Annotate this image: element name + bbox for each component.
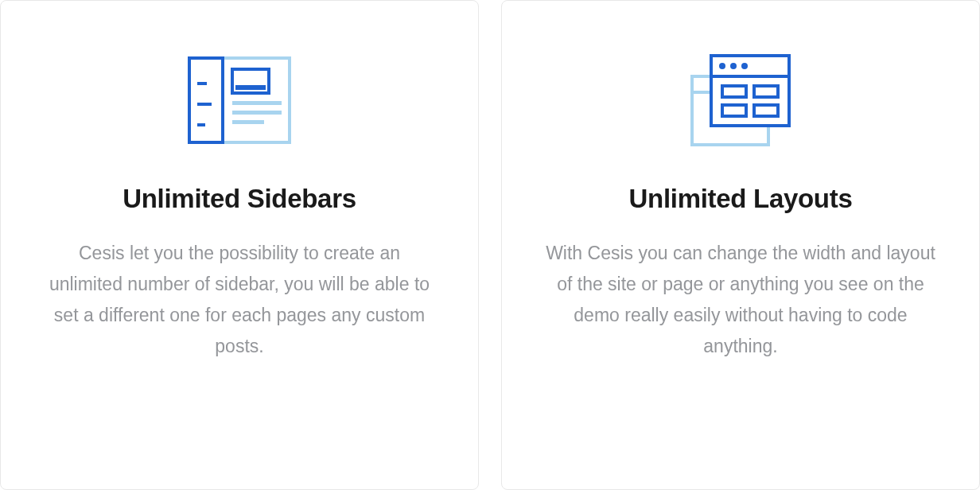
svg-rect-2 bbox=[197, 82, 207, 85]
card-description: Cesis let you the possibility to create … bbox=[41, 238, 438, 362]
feature-card-layouts: Unlimited Layouts With Cesis you can cha… bbox=[501, 0, 980, 490]
svg-rect-1 bbox=[189, 58, 223, 142]
svg-point-15 bbox=[730, 63, 737, 69]
svg-rect-9 bbox=[232, 120, 264, 124]
svg-point-16 bbox=[741, 63, 748, 69]
card-description: With Cesis you can change the width and … bbox=[542, 238, 939, 362]
svg-point-14 bbox=[719, 63, 725, 69]
card-title: Unlimited Layouts bbox=[629, 184, 853, 214]
card-title: Unlimited Sidebars bbox=[122, 184, 356, 214]
svg-rect-3 bbox=[197, 103, 212, 106]
stacked-windows-icon bbox=[689, 49, 792, 152]
feature-card-sidebars: Unlimited Sidebars Cesis let you the pos… bbox=[0, 0, 479, 490]
svg-rect-8 bbox=[232, 111, 282, 115]
svg-rect-6 bbox=[235, 85, 266, 90]
sidebar-layout-icon bbox=[188, 49, 291, 152]
svg-rect-7 bbox=[232, 101, 282, 105]
svg-rect-4 bbox=[197, 123, 205, 126]
